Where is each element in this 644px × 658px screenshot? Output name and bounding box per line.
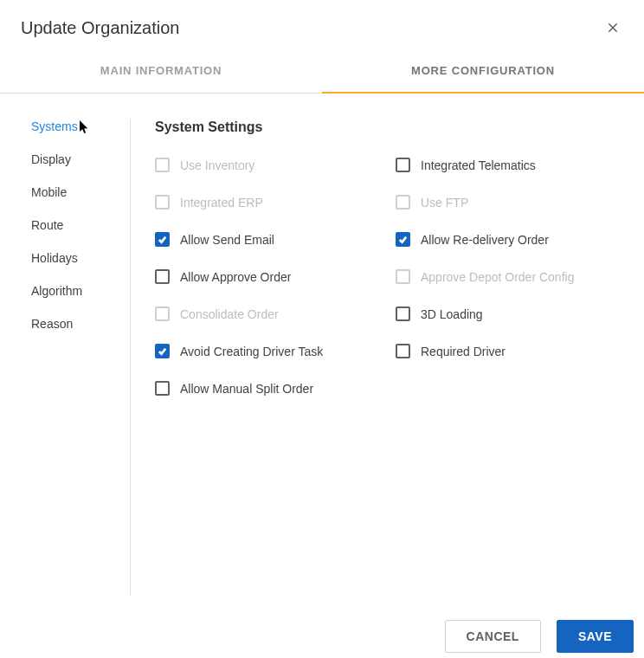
checkbox-label: Avoid Creating Driver Task <box>180 345 323 358</box>
checkbox-label: Allow Manual Split Order <box>180 382 313 396</box>
checkbox-required-driver[interactable] <box>396 344 410 358</box>
sidebar-item-mobile[interactable]: Mobile <box>31 185 121 199</box>
sidebar-item-algorithm[interactable]: Algorithm <box>31 284 121 298</box>
sidebar: Systems Display Mobile Route Holidays Al… <box>31 119 131 596</box>
checkbox-use-inventory <box>155 158 170 172</box>
sidebar-item-label: Route <box>31 218 63 232</box>
checkbox-label: Approve Depot Order Config <box>421 270 574 284</box>
checkbox-use-ftp <box>396 195 410 210</box>
sidebar-item-display[interactable]: Display <box>31 152 121 166</box>
checkbox-consolidate-order <box>155 306 170 321</box>
checkbox-label: Integrated Telematics <box>421 158 536 172</box>
setting-avoid-driver-task: Avoid Creating Driver Task <box>155 344 396 358</box>
sidebar-item-reason[interactable]: Reason <box>31 317 121 331</box>
dialog-title: Update Organization <box>21 18 179 38</box>
tab-more-configuration[interactable]: MORE CONFIGURATION <box>322 48 644 93</box>
setting-allow-approve-order: Allow Approve Order <box>155 269 396 284</box>
content-area: Systems Display Mobile Route Holidays Al… <box>0 94 644 596</box>
checkbox-label: Integrated ERP <box>180 196 263 210</box>
checkbox-label: Allow Send Email <box>180 233 274 247</box>
sidebar-item-route[interactable]: Route <box>31 218 121 232</box>
section-title: System Settings <box>155 119 644 135</box>
checkbox-label: Consolidate Order <box>180 307 279 321</box>
setting-required-driver: Required Driver <box>396 344 644 358</box>
setting-allow-manual-split: Allow Manual Split Order <box>155 381 396 396</box>
close-button[interactable] <box>602 17 623 38</box>
settings-grid: Use Inventory Integrated Telematics Inte… <box>155 158 644 396</box>
setting-use-ftp: Use FTP <box>396 195 644 210</box>
main-panel: System Settings Use Inventory Integrated… <box>131 119 644 596</box>
sidebar-item-label: Systems <box>31 119 78 133</box>
setting-allow-redelivery: Allow Re-delivery Order <box>396 232 644 247</box>
cursor-icon <box>80 120 91 135</box>
checkbox-avoid-driver-task[interactable] <box>155 344 170 358</box>
checkbox-allow-manual-split[interactable] <box>155 381 170 396</box>
checkbox-allow-send-email[interactable] <box>155 232 170 247</box>
setting-use-inventory: Use Inventory <box>155 158 396 172</box>
checkbox-allow-redelivery[interactable] <box>396 232 410 247</box>
sidebar-item-label: Mobile <box>31 185 67 199</box>
checkbox-label: Use Inventory <box>180 158 254 172</box>
checkbox-integrated-telematics[interactable] <box>396 158 410 172</box>
checkbox-approve-depot <box>396 269 410 284</box>
checkbox-label: Allow Approve Order <box>180 270 291 284</box>
sidebar-item-holidays[interactable]: Holidays <box>31 251 121 265</box>
sidebar-item-label: Algorithm <box>31 284 82 298</box>
checkbox-label: 3D Loading <box>421 307 483 321</box>
tab-bar: MAIN INFORMATION MORE CONFIGURATION <box>0 48 644 94</box>
close-icon <box>606 21 620 35</box>
checkbox-allow-approve-order[interactable] <box>155 269 170 284</box>
sidebar-item-systems[interactable]: Systems <box>31 119 121 133</box>
setting-integrated-telematics: Integrated Telematics <box>396 158 644 172</box>
sidebar-item-label: Display <box>31 152 71 166</box>
sidebar-item-label: Reason <box>31 317 73 331</box>
setting-integrated-erp: Integrated ERP <box>155 195 396 210</box>
tab-main-information[interactable]: MAIN INFORMATION <box>0 48 322 93</box>
footer: CANCEL SAVE <box>445 620 634 653</box>
setting-consolidate-order: Consolidate Order <box>155 306 396 321</box>
setting-approve-depot: Approve Depot Order Config <box>396 269 644 284</box>
cancel-button[interactable]: CANCEL <box>445 620 541 653</box>
checkbox-3d-loading[interactable] <box>396 306 410 321</box>
checkbox-label: Use FTP <box>421 196 468 210</box>
checkbox-integrated-erp <box>155 195 170 210</box>
setting-3d-loading: 3D Loading <box>396 306 644 321</box>
sidebar-item-label: Holidays <box>31 251 78 265</box>
setting-allow-send-email: Allow Send Email <box>155 232 396 247</box>
save-button[interactable]: SAVE <box>557 620 634 653</box>
dialog-header: Update Organization <box>0 0 644 48</box>
checkbox-label: Required Driver <box>421 345 506 358</box>
checkbox-label: Allow Re-delivery Order <box>421 233 549 247</box>
